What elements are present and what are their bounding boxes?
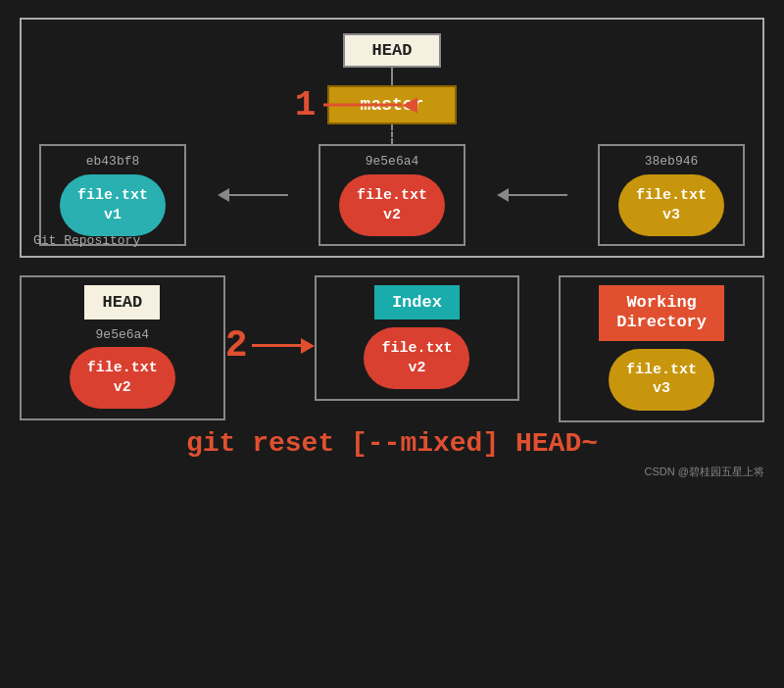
arrow-line2: [509, 194, 567, 196]
col-head-header: HEAD: [84, 285, 160, 319]
file-blob-v2-head: file.txtv2: [70, 347, 175, 409]
col-index: Index file.txtv2: [315, 275, 520, 401]
git-repo-label: Git Repository: [33, 233, 140, 248]
col-workdir-header: Working Directory: [599, 285, 724, 341]
arrow2-area: 2: [225, 324, 315, 367]
arrow2-graphic: [252, 338, 315, 354]
col-head: HEAD 9e5e6a4 file.txtv2: [20, 275, 225, 420]
master-commit-connector: [391, 124, 393, 144]
watermark: CSDN @碧桂园五星上将: [20, 465, 764, 479]
arrow-line: [229, 194, 288, 196]
file-blob-v1: file.txtv1: [60, 174, 166, 236]
commit-box-right: 38eb946 file.txtv3: [598, 144, 745, 246]
arrow-head-left: [218, 188, 229, 202]
file-blob-v3-top: file.txtv3: [618, 174, 724, 236]
arrow2-head: [301, 338, 315, 354]
head-connector: [391, 68, 393, 85]
col-index-header: Index: [374, 285, 460, 319]
commit-hash-right: 38eb946: [645, 154, 699, 169]
bottom-section: HEAD 9e5e6a4 file.txtv2 2 Index file.txt…: [20, 275, 764, 479]
commits-row: eb43bf8 file.txtv1 9e5e6a4 file.txtv2: [39, 144, 745, 246]
file-blob-v2-top: file.txtv2: [339, 174, 445, 236]
commit-box-mid: 9e5e6a4 file.txtv2: [318, 144, 466, 246]
head-box: HEAD: [343, 33, 442, 68]
file-blob-v3-workdir: file.txtv3: [609, 349, 714, 411]
top-section: HEAD master 1 eb43bf8: [20, 18, 764, 258]
file-blob-v2-index: file.txtv2: [364, 327, 469, 389]
arrow1-graphic: [323, 97, 417, 113]
top-commits-area: HEAD master 1 eb43bf8: [39, 33, 745, 246]
commit-hash-mid: 9e5e6a4: [366, 154, 419, 169]
three-cols: HEAD 9e5e6a4 file.txtv2 2 Index file.txt…: [20, 275, 764, 422]
commit-box-left: eb43bf8 file.txtv1: [39, 144, 186, 246]
arrow2-line: [252, 344, 301, 347]
arrow1-label: 1: [295, 85, 317, 125]
master-row: master 1: [327, 85, 458, 124]
col-head-hash: 9e5e6a4: [96, 327, 150, 342]
commit-hash-left: eb43bf8: [86, 154, 140, 169]
arrow-head-left2: [497, 188, 509, 202]
head-area: HEAD: [343, 33, 442, 85]
git-reset-label: git reset [--mixed] HEAD~: [186, 428, 598, 459]
arrow-right-to-mid: [497, 188, 567, 202]
arrow-mid-to-left: [218, 188, 288, 202]
arrow2-label: 2: [225, 324, 248, 367]
col-workdir: Working Directory file.txtv3: [559, 275, 764, 422]
